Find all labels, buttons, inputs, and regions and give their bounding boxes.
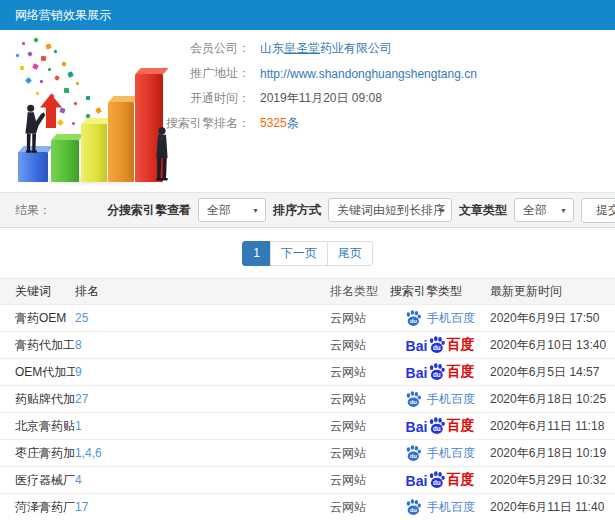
- header-rank-type: 排名类型: [330, 283, 390, 300]
- rank-link[interactable]: 9: [75, 365, 82, 379]
- baidu-paw-icon: du: [405, 499, 422, 516]
- engine-cell: Bai du 百度: [390, 363, 490, 381]
- engine-cell: du 手机百度: [390, 391, 490, 408]
- svg-text:du: du: [433, 344, 441, 351]
- keyword-cell: 北京膏药贴牌: [0, 418, 75, 435]
- bar-chart-bar-blue: [18, 152, 48, 182]
- results-table: 关键词 排名 排名类型 搜索引擎类型 最新更新时间 膏药OEM 25 云网站: [0, 278, 615, 520]
- baidu-paw-icon: du: [405, 310, 422, 327]
- engine-cell: Bai du 百度: [390, 417, 490, 435]
- rank-type-cell: 云网站: [330, 472, 390, 489]
- mobile-baidu-logo: du 手机百度: [405, 499, 475, 516]
- engine-cell: Bai du 百度: [390, 336, 490, 354]
- engine-filter-label: 分搜索引擎查看: [107, 202, 191, 219]
- filter-controls: 分搜索引擎查看 全部 ▼ 排序方式 关键词由短到长排序 ▼ 文章类型 全部 ▼ …: [107, 198, 615, 223]
- rank-link[interactable]: 1: [75, 419, 82, 433]
- svg-text:du: du: [410, 318, 418, 324]
- baidu-paw-icon: du: [428, 471, 446, 489]
- rank-count-row: 搜索引擎排名： 5325条: [160, 111, 477, 136]
- promo-url-link[interactable]: http://www.shandonghuangshengtang.cn: [260, 67, 477, 81]
- chevron-down-icon: ▼: [252, 207, 259, 214]
- keyword-cell: OEM代加工: [0, 364, 75, 381]
- rank-link[interactable]: 17: [75, 500, 88, 514]
- rank-link[interactable]: 25: [75, 311, 88, 325]
- table-row: 膏药OEM 25 云网站 du: [0, 305, 615, 332]
- updated-cell: 2020年6月9日 17:50: [490, 310, 615, 327]
- window-title-bar: 网络营销效果展示: [0, 0, 615, 30]
- info-section: 会员公司： 山东皇圣堂药业有限公司 推广地址： http://www.shand…: [0, 30, 615, 192]
- rank-link[interactable]: 4: [75, 473, 82, 487]
- table-row: OEM代加工 9 云网站 Bai du 百度: [0, 359, 615, 386]
- engine-cell: Bai du 百度: [390, 471, 490, 489]
- article-type-select[interactable]: 全部 ▼: [514, 198, 574, 222]
- open-time-row: 开通时间： 2019年11月20日 09:08: [160, 86, 477, 111]
- pagination: 1 下一页 尾页: [242, 241, 373, 266]
- chevron-down-icon: ▼: [438, 207, 445, 214]
- svg-text:du: du: [433, 371, 441, 378]
- company-row: 会员公司： 山东皇圣堂药业有限公司: [160, 36, 477, 61]
- updated-cell: 2020年6月11日 11:40: [490, 499, 615, 516]
- open-time-value: 2019年11月20日 09:08: [260, 90, 382, 107]
- updated-cell: 2020年6月18日 10:19: [490, 445, 615, 462]
- submit-button[interactable]: 提交: [581, 198, 615, 223]
- svg-text:du: du: [410, 399, 418, 405]
- keyword-cell: 药贴牌代加工: [0, 391, 75, 408]
- engine-cell: du 手机百度: [390, 499, 490, 516]
- rank-count-label: 搜索引擎排名：: [160, 115, 250, 132]
- rank-link[interactable]: 1,4,6: [75, 446, 102, 460]
- bar-chart-bar-green: [51, 140, 79, 182]
- promo-url-row: 推广地址： http://www.shandonghuangshengtang.…: [160, 61, 477, 86]
- company-link[interactable]: 山东皇圣堂药业有限公司: [260, 40, 392, 57]
- table-row: 药贴牌代加工 27 云网站 du: [0, 386, 615, 413]
- svg-text:du: du: [410, 507, 418, 513]
- rank-type-cell: 云网站: [330, 391, 390, 408]
- header-rank: 排名: [75, 283, 330, 300]
- baidu-logo: Bai du 百度: [406, 336, 475, 354]
- svg-text:du: du: [410, 453, 418, 459]
- keyword-cell: 菏泽膏药厂家: [0, 499, 75, 516]
- updated-cell: 2020年6月18日 10:25: [490, 391, 615, 408]
- keyword-cell: 医疗器械厂家: [0, 472, 75, 489]
- keyword-cell: 膏药代加工: [0, 337, 75, 354]
- rank-type-cell: 云网站: [330, 364, 390, 381]
- next-page-button[interactable]: 下一页: [270, 241, 328, 266]
- page-1-button[interactable]: 1: [242, 241, 271, 266]
- engine-cell: du 手机百度: [390, 445, 490, 462]
- baidu-logo: Bai du 百度: [406, 363, 475, 381]
- mobile-baidu-label: 手机百度: [427, 499, 475, 516]
- last-page-button[interactable]: 尾页: [327, 241, 373, 266]
- updated-cell: 2020年5月29日 10:32: [490, 472, 615, 489]
- baidu-paw-icon: du: [405, 445, 422, 462]
- page-title: 网络营销效果展示: [15, 7, 111, 24]
- engine-filter-select[interactable]: 全部 ▼: [198, 198, 266, 222]
- result-label: 结果：: [15, 202, 51, 219]
- sort-label: 排序方式: [273, 202, 321, 219]
- rank-link[interactable]: 8: [75, 338, 82, 352]
- keyword-cell: 膏药OEM: [0, 310, 75, 327]
- company-label: 会员公司：: [160, 40, 250, 57]
- promo-url-label: 推广地址：: [160, 65, 250, 82]
- baidu-paw-icon: du: [428, 336, 446, 354]
- table-row: 枣庄膏药加工 1,4,6 云网站 du: [0, 440, 615, 467]
- rank-type-cell: 云网站: [330, 418, 390, 435]
- businessman-figure-left: [20, 104, 46, 154]
- svg-text:du: du: [433, 425, 441, 432]
- chevron-down-icon: ▼: [560, 207, 567, 214]
- baidu-logo: Bai du 百度: [406, 471, 475, 489]
- table-row: 菏泽膏药厂家 17 云网站 du: [0, 494, 615, 520]
- rank-link[interactable]: 27: [75, 392, 88, 406]
- open-time-label: 开通时间：: [160, 90, 250, 107]
- rank-type-cell: 云网站: [330, 337, 390, 354]
- header-engine-type: 搜索引擎类型: [390, 283, 490, 300]
- rank-type-cell: 云网站: [330, 310, 390, 327]
- sort-select[interactable]: 关键词由短到长排序 ▼: [328, 198, 452, 222]
- mobile-baidu-logo: du 手机百度: [405, 391, 475, 408]
- table-header-row: 关键词 排名 排名类型 搜索引擎类型 最新更新时间: [0, 278, 615, 305]
- filter-bar: 结果： 分搜索引擎查看 全部 ▼ 排序方式 关键词由短到长排序 ▼ 文章类型 全…: [0, 192, 615, 228]
- updated-cell: 2020年6月5日 14:57: [490, 364, 615, 381]
- rank-count-value[interactable]: 5325条: [260, 115, 299, 132]
- table-row: 医疗器械厂家 4 云网站 Bai du 百度: [0, 467, 615, 494]
- baidu-paw-icon: du: [428, 363, 446, 381]
- svg-text:du: du: [433, 479, 441, 486]
- header-updated: 最新更新时间: [490, 283, 615, 300]
